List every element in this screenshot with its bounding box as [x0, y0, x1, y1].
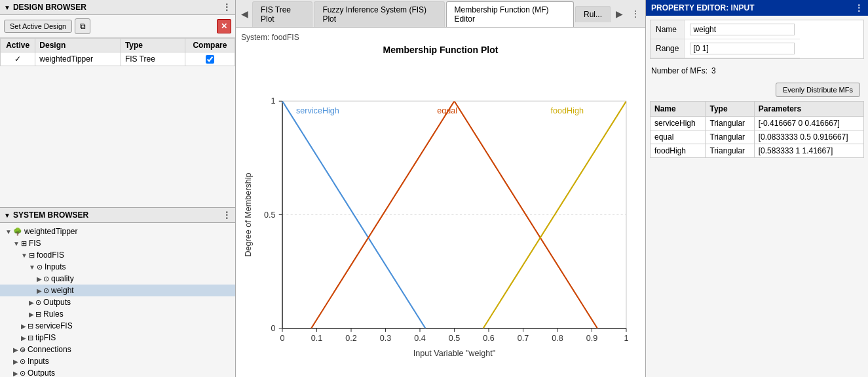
tree-arrow[interactable]: ▶ [21, 323, 26, 330]
tabs-left-arrow[interactable]: ◀ [237, 9, 252, 19]
tree-label: Inputs [45, 262, 66, 271]
design-browser-menu-icon[interactable]: ⋮ [222, 2, 231, 12]
tree-item-inputs2[interactable]: ▶ ⊙ Inputs [0, 355, 235, 367]
design-browser-content: Active Design Type Compare ✓ weightedTip… [0, 38, 235, 207]
property-editor-header: PROPERTY EDITOR: INPUT ⋮ [646, 0, 868, 16]
tree-label: foodFIS [37, 250, 64, 260]
tree-arrow[interactable]: ▼ [21, 252, 28, 259]
mf-row-equal[interactable]: equal Triangular [0.0833333 0.5 0.916667… [651, 130, 864, 144]
foodfis-icon: ⊟ [29, 251, 35, 260]
mf-row-servicehigh[interactable]: serviceHigh Triangular [-0.416667 0 0.41… [651, 117, 864, 130]
y-axis-ticks: 0 0.5 1 [264, 96, 282, 333]
tree-item-foodfis[interactable]: ▼ ⊟ foodFIS [0, 249, 235, 261]
tree-item-fis[interactable]: ▼ ⊞ FIS [0, 237, 235, 249]
tree-label: serviceFIS [35, 321, 73, 330]
tree-item-outputs[interactable]: ▶ ⊙ Outputs [0, 296, 235, 308]
tree-arrow[interactable]: ▶ [13, 370, 18, 377]
tree-arrow[interactable]: ▶ [37, 275, 42, 283]
tree-label: Outputs [43, 298, 71, 307]
tree-arrow[interactable]: ▶ [29, 311, 34, 318]
tree-arrow[interactable]: ▶ [37, 287, 42, 294]
tree-item-rules[interactable]: ▶ ⊟ Rules [0, 308, 235, 320]
system-browser-header: ▼ SYSTEM BROWSER ⋮ [0, 208, 235, 223]
quality-icon: ⊙ [43, 275, 49, 283]
active-cell: ✓ [1, 52, 35, 66]
inputs2-icon: ⊙ [20, 357, 26, 366]
num-mfs-value: 3 [711, 66, 716, 75]
design-table: Active Design Type Compare ✓ weightedTip… [0, 38, 235, 66]
property-editor-menu-icon[interactable]: ⋮ [855, 3, 863, 12]
compare-checkbox[interactable] [206, 55, 214, 64]
tab-mf-editor[interactable]: Membership Function (MF) Editor [446, 1, 574, 27]
tree-icon: 🌳 [13, 228, 22, 236]
svg-text:0.3: 0.3 [380, 334, 392, 343]
tab-fis-tree-plot[interactable]: FIS Tree Plot [252, 1, 312, 27]
tree-arrow[interactable]: ▶ [29, 299, 34, 306]
x-axis-ticks: 0 0.1 0.2 0.3 0.4 0.5 0.6 0.7 [280, 328, 628, 343]
svg-text:1: 1 [271, 96, 275, 106]
system-browser-menu-icon[interactable]: ⋮ [222, 210, 231, 220]
name-input[interactable] [690, 24, 795, 35]
svg-text:0.1: 0.1 [311, 334, 323, 343]
prop-row-range: Range [651, 39, 800, 58]
mf-col-params-header: Parameters [754, 102, 863, 117]
set-active-button[interactable]: Set Active Design [4, 20, 72, 33]
tabs-menu-icon[interactable]: ⋮ [627, 9, 644, 19]
system-browser-title: SYSTEM BROWSER [13, 210, 88, 220]
svg-text:0.9: 0.9 [586, 334, 598, 343]
tree-item-weight[interactable]: ▶ ⊙ weight [0, 285, 235, 296]
duplicate-button[interactable]: ⧉ [75, 18, 90, 34]
y-axis-label: Degree of Membership [244, 172, 253, 256]
mf-row-foodhigh[interactable]: foodHigh Triangular [0.583333 1 1.41667] [651, 144, 864, 158]
prop-value-name [685, 20, 801, 39]
evenly-distribute-button[interactable]: Evenly Distribute MFs [776, 83, 860, 97]
label-equal: equal [437, 106, 457, 115]
tree-arrow[interactable]: ▶ [13, 358, 18, 365]
tree-item-quality[interactable]: ▶ ⊙ quality [0, 273, 235, 285]
tree-item-weightedtipper[interactable]: ▼ 🌳 weightedTipper [0, 226, 235, 237]
tab-fis-plot[interactable]: Fuzzy Inference System (FIS) Plot [314, 1, 444, 27]
weight-icon: ⊙ [43, 287, 49, 295]
fis-icon: ⊞ [21, 239, 27, 248]
right-panel: PROPERTY EDITOR: INPUT ⋮ Name Range Numb… [645, 0, 868, 377]
type-cell: FIS Tree [121, 52, 185, 66]
design-browser-collapse-icon[interactable]: ▼ [4, 4, 10, 11]
tree-arrow[interactable]: ▼ [29, 264, 35, 271]
tree-item-servicefis[interactable]: ▶ ⊟ serviceFIS [0, 320, 235, 332]
svg-text:0.7: 0.7 [518, 334, 529, 343]
chart-area: System: foodFIS Membership Function Plot… [236, 28, 645, 377]
mf-type-cell: Triangular [706, 144, 754, 158]
tree-arrow[interactable]: ▶ [13, 346, 18, 353]
tab-rules[interactable]: Rul... [575, 6, 611, 22]
tree-label: Outputs [28, 368, 55, 377]
tree-item-connections[interactable]: ▶ ⊚ Connections [0, 344, 235, 355]
close-red-button[interactable]: ✕ [217, 19, 231, 33]
mf-params-cell: [-0.416667 0 0.416667] [754, 117, 863, 130]
design-browser-header: ▼ DESIGN BROWSER ⋮ [0, 0, 235, 15]
system-browser-collapse-icon[interactable]: ▼ [4, 212, 10, 219]
tree-item-inputs[interactable]: ▼ ⊙ Inputs [0, 261, 235, 273]
design-browser-title: DESIGN BROWSER [13, 3, 86, 12]
num-mfs-label: Number of MFs: [651, 66, 708, 75]
svg-text:0.6: 0.6 [483, 334, 495, 343]
close-red-icon: ✕ [221, 22, 227, 31]
inputs-icon: ⊙ [37, 263, 43, 271]
outputs2-icon: ⊙ [20, 369, 26, 378]
x-axis-label: Input Variable "weight" [413, 349, 496, 358]
range-input[interactable] [690, 43, 795, 54]
duplicate-icon: ⧉ [80, 22, 86, 31]
tree-arrow[interactable]: ▼ [5, 228, 12, 235]
mf-params-cell: [0.0833333 0.5 0.916667] [754, 130, 863, 144]
table-row[interactable]: ✓ weightedTipper FIS Tree [1, 52, 235, 66]
svg-text:0.2: 0.2 [345, 334, 357, 343]
tree-item-tipfis[interactable]: ▶ ⊟ tipFIS [0, 332, 235, 344]
svg-text:0.4: 0.4 [414, 334, 426, 343]
tree-label: quality [51, 274, 74, 283]
tree-arrow[interactable]: ▼ [13, 240, 20, 247]
chart-container: 0 0.1 0.2 0.3 0.4 0.5 0.6 0.7 [241, 58, 640, 372]
tree-item-outputs2[interactable]: ▶ ⊙ Outputs [0, 367, 235, 377]
mf-name-cell: foodHigh [651, 144, 706, 158]
tree-arrow[interactable]: ▶ [21, 334, 26, 342]
prop-label-range: Range [651, 39, 685, 58]
tabs-more-icon[interactable]: ▶ [612, 9, 627, 19]
